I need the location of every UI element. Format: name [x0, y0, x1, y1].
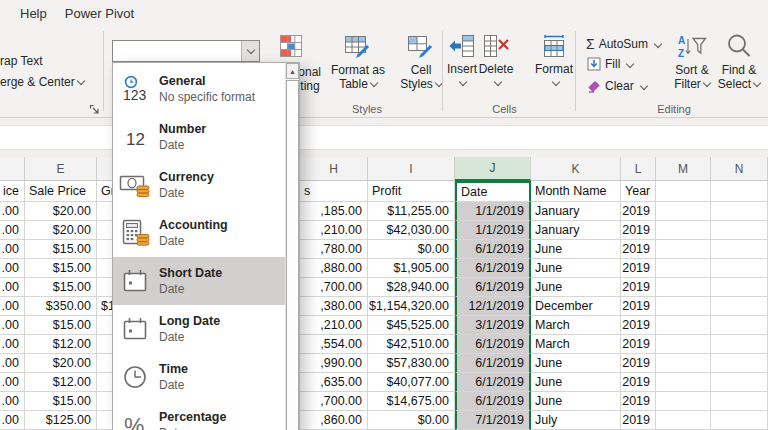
- cell-d-8[interactable]: .00: [0, 335, 25, 354]
- cell-l-12[interactable]: 2019: [621, 411, 656, 430]
- sort-filter-button[interactable]: A Z Sort & Filter: [668, 33, 716, 91]
- cell-i-11[interactable]: $14,675.00: [368, 392, 455, 411]
- cell-j-4[interactable]: 6/1/2019: [455, 259, 531, 278]
- column-header-H[interactable]: H: [300, 157, 368, 181]
- cell-e-10[interactable]: $12.00: [25, 373, 97, 392]
- cell-l-7[interactable]: 2019: [621, 316, 656, 335]
- cell-header-l[interactable]: Year: [621, 181, 656, 202]
- format-option-short-date[interactable]: Short DateDate: [113, 257, 285, 305]
- cell-n-4[interactable]: [711, 259, 768, 278]
- cell-k-1[interactable]: January: [531, 202, 621, 221]
- cell-header-n[interactable]: [711, 181, 768, 202]
- format-option-general[interactable]: 123 GeneralNo specific format: [113, 65, 285, 113]
- format-option-percentage[interactable]: % PercentageDate: [113, 401, 285, 430]
- format-option-time[interactable]: TimeDate: [113, 353, 285, 401]
- cell-i-10[interactable]: $40,077.00: [368, 373, 455, 392]
- cell-n-3[interactable]: [711, 240, 768, 259]
- cell-e-5[interactable]: $15.00: [25, 278, 97, 297]
- cell-n-5[interactable]: [711, 278, 768, 297]
- cell-h-3[interactable]: ,780.00: [300, 240, 368, 259]
- cell-j-7[interactable]: 3/1/2019: [455, 316, 531, 335]
- cell-n-9[interactable]: [711, 354, 768, 373]
- cell-k-2[interactable]: January: [531, 221, 621, 240]
- cell-header-e[interactable]: Sale Price: [25, 181, 97, 202]
- scrollbar-thumb[interactable]: [286, 80, 299, 430]
- cell-k-5[interactable]: June: [531, 278, 621, 297]
- column-header-J[interactable]: J: [455, 157, 531, 181]
- cell-d-1[interactable]: .00: [0, 202, 25, 221]
- cell-header-i[interactable]: Profit: [368, 181, 455, 202]
- cell-i-8[interactable]: $42,510.00: [368, 335, 455, 354]
- clear-button[interactable]: Clear: [586, 78, 647, 93]
- cell-d-5[interactable]: .00: [0, 278, 25, 297]
- cell-i-9[interactable]: $57,830.00: [368, 354, 455, 373]
- column-header-L[interactable]: L: [621, 157, 656, 181]
- cell-i-6[interactable]: $1,154,320.00: [368, 297, 455, 316]
- find-select-button[interactable]: Find & Select: [714, 33, 764, 91]
- cell-e-7[interactable]: $15.00: [25, 316, 97, 335]
- cell-j-2[interactable]: 1/1/2019: [455, 221, 531, 240]
- combobox-dropdown-button[interactable]: [241, 41, 259, 61]
- cell-j-5[interactable]: 6/1/2019: [455, 278, 531, 297]
- cell-e-6[interactable]: $350.00: [25, 297, 97, 316]
- cell-i-7[interactable]: $45,525.00: [368, 316, 455, 335]
- cell-header-k[interactable]: Month Name: [531, 181, 621, 202]
- column-header-K[interactable]: K: [531, 157, 621, 181]
- cell-header-m[interactable]: [656, 181, 711, 202]
- cell-j-12[interactable]: 7/1/2019: [455, 411, 531, 430]
- cell-k-7[interactable]: March: [531, 316, 621, 335]
- cell-d-2[interactable]: .00: [0, 221, 25, 240]
- cell-l-5[interactable]: 2019: [621, 278, 656, 297]
- cell-i-5[interactable]: $28,940.00: [368, 278, 455, 297]
- cell-n-6[interactable]: [711, 297, 768, 316]
- cell-e-9[interactable]: $20.00: [25, 354, 97, 373]
- cell-k-4[interactable]: June: [531, 259, 621, 278]
- cell-d-3[interactable]: .00: [0, 240, 25, 259]
- column-header-N[interactable]: N: [711, 157, 768, 181]
- cell-m-10[interactable]: [656, 373, 711, 392]
- cell-k-3[interactable]: June: [531, 240, 621, 259]
- cell-n-7[interactable]: [711, 316, 768, 335]
- cell-m-9[interactable]: [656, 354, 711, 373]
- cell-d-12[interactable]: .00: [0, 411, 25, 430]
- cell-d-9[interactable]: .00: [0, 354, 25, 373]
- cell-d-11[interactable]: .00: [0, 392, 25, 411]
- cell-h-12[interactable]: ,860.00: [300, 411, 368, 430]
- cell-i-12[interactable]: $0.00: [368, 411, 455, 430]
- column-header-M[interactable]: M: [656, 157, 711, 181]
- menu-tab-help[interactable]: Help: [20, 6, 47, 21]
- format-as-table-button[interactable]: Format as Table: [322, 33, 394, 91]
- format-option-accounting[interactable]: AccountingDate: [113, 209, 285, 257]
- cell-h-2[interactable]: ,210.00: [300, 221, 368, 240]
- cell-e-12[interactable]: $125.00: [25, 411, 97, 430]
- cell-j-3[interactable]: 6/1/2019: [455, 240, 531, 259]
- cell-n-12[interactable]: [711, 411, 768, 430]
- cell-n-2[interactable]: [711, 221, 768, 240]
- cell-m-6[interactable]: [656, 297, 711, 316]
- cell-l-10[interactable]: 2019: [621, 373, 656, 392]
- cell-e-8[interactable]: $12.00: [25, 335, 97, 354]
- column-header-col0[interactable]: [0, 157, 25, 181]
- cell-e-4[interactable]: $15.00: [25, 259, 97, 278]
- cell-i-1[interactable]: $11,255.00: [368, 202, 455, 221]
- cell-m-1[interactable]: [656, 202, 711, 221]
- cell-h-5[interactable]: ,700.00: [300, 278, 368, 297]
- cell-n-1[interactable]: [711, 202, 768, 221]
- cell-j-9[interactable]: 6/1/2019: [455, 354, 531, 373]
- cell-m-4[interactable]: [656, 259, 711, 278]
- cell-d-10[interactable]: .00: [0, 373, 25, 392]
- cell-h-11[interactable]: ,700.00: [300, 392, 368, 411]
- wrap-text-button[interactable]: rap Text: [0, 54, 42, 68]
- cell-h-6[interactable]: ,380.00: [300, 297, 368, 316]
- cell-l-3[interactable]: 2019: [621, 240, 656, 259]
- cell-header-j[interactable]: Date: [455, 181, 531, 202]
- cell-i-3[interactable]: $0.00: [368, 240, 455, 259]
- cell-m-8[interactable]: [656, 335, 711, 354]
- cell-l-6[interactable]: 2019: [621, 297, 656, 316]
- cell-j-10[interactable]: 6/1/2019: [455, 373, 531, 392]
- cell-m-11[interactable]: [656, 392, 711, 411]
- cell-m-5[interactable]: [656, 278, 711, 297]
- cell-m-7[interactable]: [656, 316, 711, 335]
- cell-e-2[interactable]: $20.00: [25, 221, 97, 240]
- format-option-number[interactable]: 12 NumberDate: [113, 113, 285, 161]
